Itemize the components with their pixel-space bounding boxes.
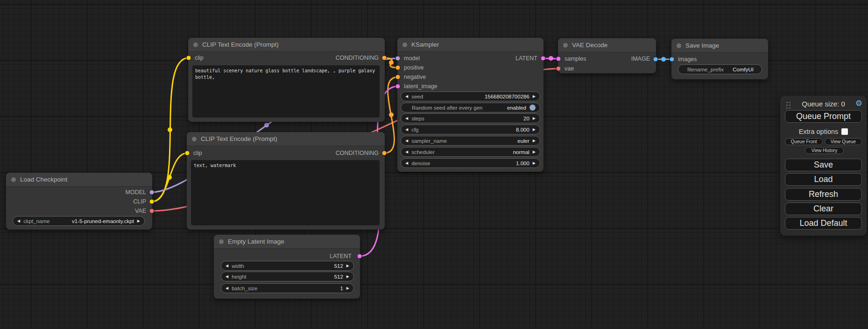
- node-empty-latent-image[interactable]: Empty Latent Image LATENT ◀ width 512 ▶ …: [214, 235, 360, 299]
- collapse-dot-icon[interactable]: [192, 137, 197, 141]
- decrement-arrow-icon[interactable]: ◀: [226, 287, 228, 290]
- sampler-name-widget[interactable]: ◀ sampler_name euler ▶: [401, 136, 540, 146]
- output-slot-vae: VAE: [6, 206, 146, 216]
- node-load-checkpoint[interactable]: Load Checkpoint MODEL CLIP VAE ◀ ckpt_na…: [6, 173, 152, 230]
- input-slot-positive: positive: [404, 63, 423, 72]
- decrement-arrow-icon[interactable]: ◀: [226, 264, 228, 268]
- clear-button[interactable]: Clear: [785, 203, 862, 215]
- refresh-button[interactable]: Refresh: [785, 188, 862, 201]
- save-button[interactable]: Save: [785, 159, 862, 171]
- node-title-bar[interactable]: KSampler: [397, 38, 543, 52]
- toggle-knob-icon[interactable]: [529, 105, 536, 111]
- slot-label: vae: [565, 65, 574, 72]
- negative-prompt-textarea[interactable]: text, watermark: [191, 160, 380, 225]
- view-history-button[interactable]: View History: [805, 147, 844, 154]
- output-slot-latent: LATENT: [214, 252, 352, 261]
- increment-arrow-icon[interactable]: ▶: [533, 139, 536, 143]
- seed-widget[interactable]: ◀ seed 156680208700286 ▶: [401, 91, 540, 101]
- slot-label: CONDITIONING: [336, 55, 379, 61]
- random-seed-toggle-widget[interactable]: Random seed after every gen enabled: [401, 103, 540, 112]
- node-title: CLIP Text Encode (Prompt): [202, 41, 279, 48]
- scheduler-widget[interactable]: ◀ scheduler normal ▶: [401, 147, 540, 157]
- increment-arrow-icon[interactable]: ▶: [137, 219, 140, 223]
- increment-arrow-icon[interactable]: ▶: [533, 128, 536, 132]
- node-title-bar[interactable]: Load Checkpoint: [6, 173, 152, 187]
- collapse-dot-icon[interactable]: [193, 42, 198, 47]
- decrement-arrow-icon[interactable]: ◀: [226, 275, 228, 279]
- input-slot-images: images: [678, 55, 697, 64]
- widget-label: seed: [411, 94, 423, 99]
- node-graph-canvas[interactable]: { "colors": { "model": "#b39ddb", "clip"…: [0, 0, 868, 329]
- increment-arrow-icon[interactable]: ▶: [346, 275, 349, 279]
- positive-prompt-textarea[interactable]: beautiful scenery nature glass bottle la…: [192, 65, 380, 118]
- collapse-dot-icon[interactable]: [563, 43, 568, 48]
- node-title: CLIP Text Encode (Prompt): [201, 135, 277, 142]
- cfg-widget[interactable]: ◀ cfg 8.000 ▶: [401, 125, 540, 134]
- node-title: Empty Latent Image: [228, 238, 284, 245]
- height-widget[interactable]: ◀ height 512 ▶: [221, 272, 354, 281]
- link-midpoint-dot: [168, 127, 172, 132]
- widget-value: normal: [513, 149, 529, 155]
- collapse-dot-icon[interactable]: [219, 239, 224, 244]
- link-midpoint-dot: [661, 57, 666, 62]
- width-widget[interactable]: ◀ width 512 ▶: [221, 261, 354, 271]
- ckpt-name-widget[interactable]: ◀ ckpt_name v1-5-pruned-emaonly.ckpt ▶: [13, 216, 145, 226]
- collapse-dot-icon[interactable]: [677, 43, 681, 48]
- node-title-bar[interactable]: Save Image: [671, 39, 768, 53]
- link-clip-to-negative-prompt: [152, 153, 187, 202]
- load-button[interactable]: Load: [785, 173, 862, 186]
- widget-label: steps: [411, 116, 424, 121]
- input-slot-latent-image: latent_image: [404, 82, 438, 91]
- widget-value: euler: [517, 138, 529, 144]
- link-clip-to-positive-prompt: [152, 58, 189, 202]
- node-clip-text-encode-negative[interactable]: CLIP Text Encode (Prompt) clip CONDITION…: [187, 132, 385, 230]
- node-ksampler[interactable]: KSampler model LATENT positive negative …: [397, 38, 543, 172]
- widget-value: enabled: [507, 105, 526, 111]
- denoise-widget[interactable]: ◀ denoise 1.000 ▶: [401, 158, 540, 168]
- settings-gear-icon[interactable]: ⚙: [855, 98, 862, 108]
- decrement-arrow-icon[interactable]: ◀: [405, 117, 408, 120]
- slot-label: CLIP: [133, 198, 146, 205]
- link-positive-conditioning: [384, 58, 398, 68]
- node-title-bar[interactable]: VAE Decode: [558, 38, 656, 52]
- increment-arrow-icon[interactable]: ▶: [346, 287, 349, 290]
- decrement-arrow-icon[interactable]: ◀: [405, 139, 408, 143]
- collapse-dot-icon[interactable]: [402, 42, 407, 47]
- node-vae-decode[interactable]: VAE Decode samples IMAGE vae: [558, 38, 656, 73]
- batch-size-widget[interactable]: ◀ batch_size 1 ▶: [221, 283, 354, 293]
- queue-front-button[interactable]: Queue Front: [785, 138, 823, 145]
- link-midpoint-dot: [549, 56, 553, 61]
- widget-value: v1-5-pruned-emaonly.ckpt: [72, 218, 134, 224]
- filename-prefix-widget[interactable]: filename_prefix ComfyUI: [678, 64, 762, 74]
- extra-options-checkbox[interactable]: [841, 128, 848, 135]
- widget-value: 1: [340, 286, 343, 291]
- load-default-button[interactable]: Load Default: [785, 217, 862, 230]
- queue-menu-panel: Queue size: 0 ⚙ Queue Prompt Extra optio…: [780, 96, 867, 236]
- increment-arrow-icon[interactable]: ▶: [346, 264, 349, 268]
- decrement-arrow-icon[interactable]: ◀: [405, 150, 408, 154]
- steps-widget[interactable]: ◀ steps 20 ▶: [401, 113, 540, 123]
- output-slot-image: IMAGE: [558, 54, 650, 63]
- node-save-image[interactable]: Save Image images filename_prefix ComfyU…: [671, 39, 768, 79]
- node-title: KSampler: [411, 41, 439, 48]
- decrement-arrow-icon[interactable]: ◀: [405, 161, 408, 165]
- slot-label: IMAGE: [631, 56, 650, 62]
- decrement-arrow-icon[interactable]: ◀: [17, 219, 20, 223]
- node-clip-text-encode-positive[interactable]: CLIP Text Encode (Prompt) clip CONDITION…: [188, 38, 385, 122]
- collapse-dot-icon[interactable]: [11, 177, 16, 182]
- decrement-arrow-icon[interactable]: ◀: [405, 128, 408, 132]
- increment-arrow-icon[interactable]: ▶: [533, 161, 536, 165]
- queue-prompt-button[interactable]: Queue Prompt: [785, 110, 862, 123]
- increment-arrow-icon[interactable]: ▶: [533, 95, 536, 98]
- slot-label: VAE: [135, 208, 146, 214]
- widget-label: Random seed after every gen: [412, 105, 483, 111]
- decrement-arrow-icon[interactable]: ◀: [405, 95, 408, 98]
- node-title-bar[interactable]: CLIP Text Encode (Prompt): [188, 38, 385, 52]
- node-title-bar[interactable]: Empty Latent Image: [214, 235, 360, 249]
- increment-arrow-icon[interactable]: ▶: [533, 117, 536, 120]
- increment-arrow-icon[interactable]: ▶: [533, 150, 536, 154]
- widget-label: cfg: [411, 127, 418, 133]
- view-queue-button[interactable]: View Queue: [825, 138, 862, 145]
- node-title-bar[interactable]: CLIP Text Encode (Prompt): [187, 132, 385, 146]
- widget-label: filename_prefix: [687, 67, 724, 72]
